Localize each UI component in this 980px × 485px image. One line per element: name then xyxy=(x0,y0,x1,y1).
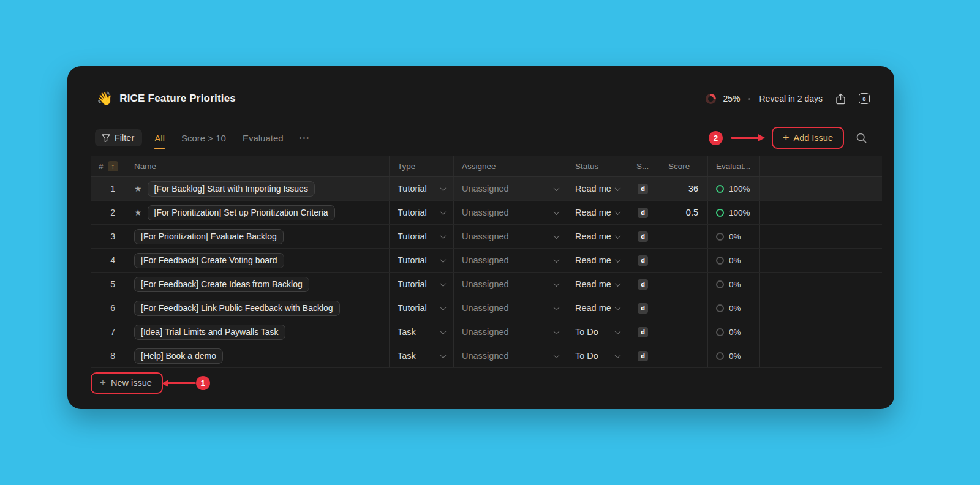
score-cell[interactable]: 36 xyxy=(660,177,707,200)
status-dropdown[interactable]: Read me xyxy=(567,296,628,320)
row-number-cell: 7 xyxy=(91,320,126,344)
table-row[interactable]: 3 ★ [For Prioritization] Evaluate Backlo… xyxy=(91,225,882,249)
assignee-dropdown[interactable]: Unassigned xyxy=(453,273,567,296)
column-header[interactable]: Status xyxy=(567,156,628,176)
share-icon[interactable] xyxy=(835,93,846,105)
doc-icon[interactable]: d xyxy=(638,208,648,218)
type-dropdown[interactable]: Task xyxy=(389,320,453,344)
evaluated-cell[interactable]: 0% xyxy=(707,273,760,296)
doc-cell: d xyxy=(628,201,660,224)
star-icon[interactable]: ★ xyxy=(134,184,142,194)
column-header[interactable]: S... xyxy=(628,156,660,176)
score-cell[interactable] xyxy=(660,249,707,272)
search-icon[interactable] xyxy=(856,132,867,144)
column-header[interactable]: Type xyxy=(389,156,453,176)
new-issue-button[interactable]: + New issue xyxy=(94,375,160,391)
score-cell[interactable] xyxy=(660,296,707,320)
issue-name-chip[interactable]: [For Prioritization] Set up Prioritizati… xyxy=(148,205,335,220)
doc-icon[interactable]: d xyxy=(638,351,648,361)
score-cell[interactable] xyxy=(660,225,707,248)
type-dropdown[interactable]: Tutorial xyxy=(389,177,453,200)
score-cell[interactable] xyxy=(660,344,707,367)
tab-score-10[interactable]: Score > 10 xyxy=(181,133,226,143)
score-cell[interactable] xyxy=(660,273,707,296)
doc-icon[interactable]: d xyxy=(638,184,648,194)
table-row[interactable]: 2 ★ [For Prioritization] Set up Prioriti… xyxy=(91,201,882,225)
funnel-icon xyxy=(102,134,110,142)
evaluated-cell[interactable]: 0% xyxy=(707,249,760,272)
assignee-dropdown[interactable]: Unassigned xyxy=(453,344,567,367)
type-dropdown[interactable]: Tutorial xyxy=(389,296,453,320)
type-dropdown[interactable]: Tutorial xyxy=(389,225,453,248)
column-header[interactable]: Assignee xyxy=(453,156,567,176)
more-options-button[interactable]: ••• xyxy=(300,134,311,141)
doc-icon[interactable]: d xyxy=(638,303,648,314)
type-dropdown[interactable]: Tutorial xyxy=(389,249,453,272)
status-dropdown[interactable]: To Do xyxy=(567,320,628,344)
evaluated-cell[interactable]: 0% xyxy=(707,320,760,344)
type-dropdown[interactable]: Tutorial xyxy=(389,273,453,296)
assignee-dropdown[interactable]: Unassigned xyxy=(453,296,567,320)
chevron-down-icon xyxy=(440,352,447,358)
chevron-down-icon xyxy=(615,280,621,287)
table-row[interactable]: 4 ★ [For Feedback] Create Voting board T… xyxy=(91,249,882,273)
annotation-arrow-right xyxy=(731,137,759,139)
tab-all[interactable]: All xyxy=(154,133,165,143)
evaluated-cell[interactable]: 100% xyxy=(707,177,760,200)
doc-icon[interactable]: d xyxy=(638,327,648,337)
table-header: #↑NameTypeAssigneeStatusS...ScoreEvaluat… xyxy=(91,156,882,177)
issue-name-chip[interactable]: [For Feedback] Link Public Feedback with… xyxy=(134,301,340,316)
add-issue-button[interactable]: + Add Issue xyxy=(775,130,841,146)
column-header[interactable]: Evaluat... xyxy=(707,156,760,176)
table-row[interactable]: 1 ★ [For Backlog] Start with Importing I… xyxy=(91,177,882,201)
score-cell[interactable]: 0.5 xyxy=(660,201,707,224)
status-dropdown[interactable]: Read me xyxy=(567,225,628,248)
chevron-down-icon xyxy=(554,209,560,215)
table-row[interactable]: 5 ★ [For Feedback] Create Ideas from Bac… xyxy=(91,273,882,296)
status-dropdown[interactable]: Read me xyxy=(567,249,628,272)
status-dropdown[interactable]: Read me xyxy=(567,201,628,224)
assignee-dropdown[interactable]: Unassigned xyxy=(453,177,567,200)
assignee-dropdown[interactable]: Unassigned xyxy=(453,320,567,344)
type-dropdown[interactable]: Tutorial xyxy=(389,201,453,224)
row-number-cell: 5 xyxy=(91,273,126,296)
tab-evaluated[interactable]: Evaluated xyxy=(243,133,284,143)
table-row[interactable]: 6 ★ [For Feedback] Link Public Feedback … xyxy=(91,296,882,320)
type-dropdown[interactable]: Task xyxy=(389,344,453,367)
score-cell[interactable] xyxy=(660,320,707,344)
row-number-cell: 4 xyxy=(91,249,126,272)
assignee-dropdown[interactable]: Unassigned xyxy=(453,249,567,272)
issue-name-chip[interactable]: [Help] Book a demo xyxy=(134,348,223,364)
doc-icon[interactable]: d xyxy=(638,231,648,242)
evaluated-cell[interactable]: 0% xyxy=(707,344,760,367)
empty-cell xyxy=(760,177,882,200)
status-dropdown[interactable]: Read me xyxy=(567,273,628,296)
plus-icon: + xyxy=(100,378,106,387)
chevron-down-icon xyxy=(615,328,621,334)
board-count-icon[interactable]: 8 xyxy=(859,93,870,104)
assignee-dropdown[interactable]: Unassigned xyxy=(453,201,567,224)
chevron-down-icon xyxy=(554,280,560,287)
status-dropdown[interactable]: To Do xyxy=(567,344,628,367)
sort-ascending-icon[interactable]: ↑ xyxy=(108,161,118,171)
column-header[interactable]: Name xyxy=(126,156,389,176)
issue-name-chip[interactable]: [Idea] Trial Limits and Paywalls Task xyxy=(134,325,285,340)
evaluated-cell[interactable]: 100% xyxy=(707,201,760,224)
issue-name-chip[interactable]: [For Feedback] Create Ideas from Backlog xyxy=(134,277,309,292)
evaluated-cell[interactable]: 0% xyxy=(707,225,760,248)
star-icon[interactable]: ★ xyxy=(134,208,142,217)
column-header[interactable]: #↑ xyxy=(91,156,126,176)
doc-icon[interactable]: d xyxy=(638,279,648,290)
table-row[interactable]: 7 ★ [Idea] Trial Limits and Paywalls Tas… xyxy=(91,320,882,344)
assignee-dropdown[interactable]: Unassigned xyxy=(453,225,567,248)
evaluated-cell[interactable]: 0% xyxy=(707,296,760,320)
progress-ring-icon xyxy=(716,328,724,336)
status-dropdown[interactable]: Read me xyxy=(567,177,628,200)
table-row[interactable]: 8 ★ [Help] Book a demo Task Unassigned T… xyxy=(91,344,882,368)
column-header[interactable]: Score xyxy=(660,156,707,176)
issue-name-chip[interactable]: [For Backlog] Start with Importing Issue… xyxy=(148,181,315,197)
issue-name-chip[interactable]: [For Feedback] Create Voting board xyxy=(134,253,284,268)
doc-icon[interactable]: d xyxy=(638,255,648,266)
filter-button[interactable]: Filter xyxy=(95,129,142,146)
issue-name-chip[interactable]: [For Prioritization] Evaluate Backlog xyxy=(134,229,284,244)
